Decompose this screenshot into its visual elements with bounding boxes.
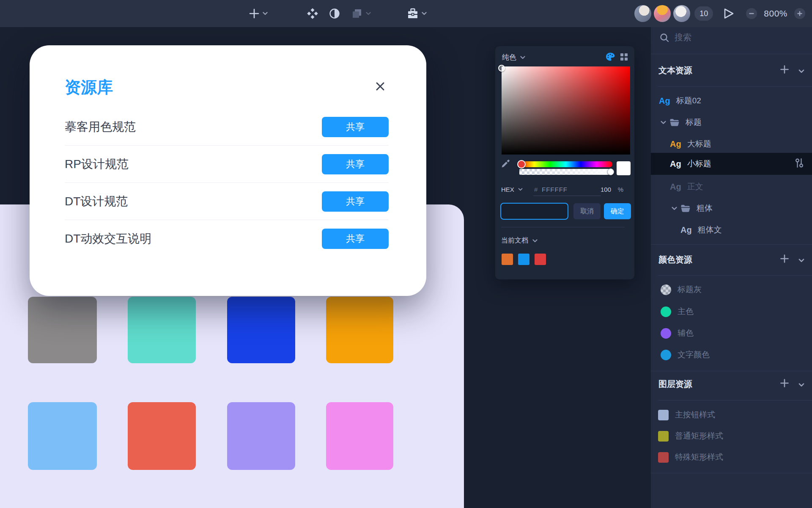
components-button[interactable] <box>307 0 318 27</box>
fill-mode-select[interactable]: 纯色 <box>502 52 525 62</box>
hex-value-field[interactable]: FFFFFF <box>542 186 568 193</box>
search-field[interactable] <box>660 33 804 42</box>
sv-handle[interactable] <box>498 65 505 72</box>
canvas-swatch[interactable] <box>128 297 196 363</box>
collaborator-count-badge[interactable]: 10 <box>694 6 713 21</box>
grid-icon <box>620 53 628 61</box>
zoom-in-button[interactable] <box>794 8 805 19</box>
color-format-select[interactable]: HEX <box>501 186 523 193</box>
canvas-swatch[interactable] <box>326 297 393 363</box>
add-color-resource-button[interactable] <box>780 254 789 265</box>
layer-style-swatch <box>658 431 669 442</box>
collaborator-avatar[interactable] <box>673 5 690 22</box>
resource-name: RP设计规范 <box>65 156 129 172</box>
collaborator-avatar[interactable] <box>634 5 651 22</box>
color-name-input[interactable] <box>500 203 568 220</box>
confirm-button[interactable]: 确定 <box>604 203 631 219</box>
close-icon <box>374 80 386 92</box>
text-style-item-selected[interactable]: Ag 小标题 <box>651 153 812 175</box>
search-icon <box>660 33 669 42</box>
opacity-unit: % <box>618 186 623 193</box>
color-resource-item[interactable]: 标题灰 <box>651 281 812 298</box>
layer-style-item[interactable]: 特殊矩形样式 <box>651 448 812 466</box>
opacity-field[interactable]: 100 <box>601 186 611 193</box>
canvas-swatch[interactable] <box>326 402 393 470</box>
canvas-swatch[interactable] <box>227 297 295 363</box>
search-input[interactable] <box>675 33 785 42</box>
text-style-item[interactable]: Ag 大标题 <box>651 135 812 153</box>
collapse-text-section-button[interactable] <box>798 66 804 75</box>
document-color-swatch[interactable] <box>502 254 513 265</box>
style-preview-ag: Ag <box>670 182 681 192</box>
collapse-color-section-button[interactable] <box>798 255 804 265</box>
canvas-swatch[interactable] <box>28 297 97 363</box>
text-style-item[interactable]: Ag 标题02 <box>651 92 812 110</box>
chevron-down-icon <box>532 239 538 243</box>
hue-handle[interactable] <box>517 160 526 168</box>
text-style-item[interactable]: Ag 粗体文 <box>651 221 812 239</box>
swatch-grid-button[interactable] <box>620 53 628 62</box>
color-resource-item[interactable]: 辅色 <box>651 324 812 342</box>
close-button[interactable] <box>372 78 389 95</box>
resource-name: DT动效交互说明 <box>65 231 151 247</box>
eyedropper-button[interactable] <box>500 158 511 171</box>
color-resource-item[interactable]: 文字颜色 <box>651 346 812 364</box>
resource-library-dialog: 资源库 摹客用色规范 共享 RP设计规范 共享 DT设计规范 共享 DT动效交互… <box>30 45 426 296</box>
share-button[interactable]: 共享 <box>322 117 389 137</box>
folder-icon <box>669 119 680 127</box>
resource-name: 摹客用色规范 <box>65 119 136 135</box>
palette-mode-button[interactable] <box>605 52 615 64</box>
collapse-layer-section-button[interactable] <box>798 379 804 389</box>
minus-icon <box>749 11 754 16</box>
plus-icon <box>780 65 789 74</box>
text-folder-item[interactable]: 标题 <box>651 113 812 131</box>
current-document-select[interactable]: 当前文档 <box>501 236 538 245</box>
divider <box>651 473 812 473</box>
canvas-swatch[interactable] <box>128 402 196 470</box>
mask-button[interactable] <box>329 0 340 27</box>
style-settings-button[interactable] <box>795 157 804 171</box>
color-dot <box>661 328 671 339</box>
plus-icon <box>780 378 789 388</box>
share-button[interactable]: 共享 <box>322 154 389 174</box>
layer-style-item[interactable]: 普通矩形样式 <box>651 427 812 445</box>
style-name: 大标题 <box>687 138 711 149</box>
insert-button[interactable] <box>249 0 268 27</box>
chevron-down-icon[interactable] <box>661 121 666 124</box>
collaborator-avatar[interactable] <box>654 5 671 22</box>
layer-style-name: 主按钮样式 <box>675 409 715 420</box>
divider <box>651 244 812 245</box>
share-button[interactable]: 共享 <box>322 191 389 212</box>
chevron-down-icon <box>798 383 804 387</box>
layers-icon <box>351 8 363 19</box>
text-style-item[interactable]: Ag 正文 <box>651 178 812 196</box>
canvas-swatch[interactable] <box>227 402 295 470</box>
share-button[interactable]: 共享 <box>322 229 389 249</box>
alpha-handle[interactable] <box>607 168 614 175</box>
preview-button[interactable] <box>722 7 735 20</box>
style-preview-ag: Ag <box>659 96 670 106</box>
cancel-button[interactable]: 取消 <box>573 203 601 219</box>
chevron-down-icon[interactable] <box>672 207 677 210</box>
contrast-icon <box>329 8 340 19</box>
resource-row: RP设计规范 共享 <box>65 146 389 183</box>
add-text-resource-button[interactable] <box>780 65 789 76</box>
layer-style-swatch <box>658 410 669 420</box>
folder-name: 标题 <box>686 117 702 128</box>
hex-underline <box>533 196 601 196</box>
toolbox-button[interactable] <box>407 0 427 27</box>
color-format-value: HEX <box>501 186 514 193</box>
color-resource-item[interactable]: 主色 <box>651 303 812 320</box>
canvas-swatch[interactable] <box>28 402 97 470</box>
document-color-swatch[interactable] <box>518 254 529 265</box>
saturation-value-field[interactable] <box>502 66 630 155</box>
dialog-title: 资源库 <box>65 77 113 98</box>
zoom-out-button[interactable] <box>746 8 757 19</box>
text-folder-item[interactable]: 粗体 <box>651 199 812 217</box>
layer-style-item[interactable]: 主按钮样式 <box>651 406 812 424</box>
group-button[interactable] <box>351 0 371 27</box>
hue-slider[interactable] <box>519 161 612 167</box>
alpha-slider[interactable] <box>519 169 612 175</box>
add-layer-resource-button[interactable] <box>780 378 789 390</box>
document-color-swatch[interactable] <box>535 254 546 265</box>
